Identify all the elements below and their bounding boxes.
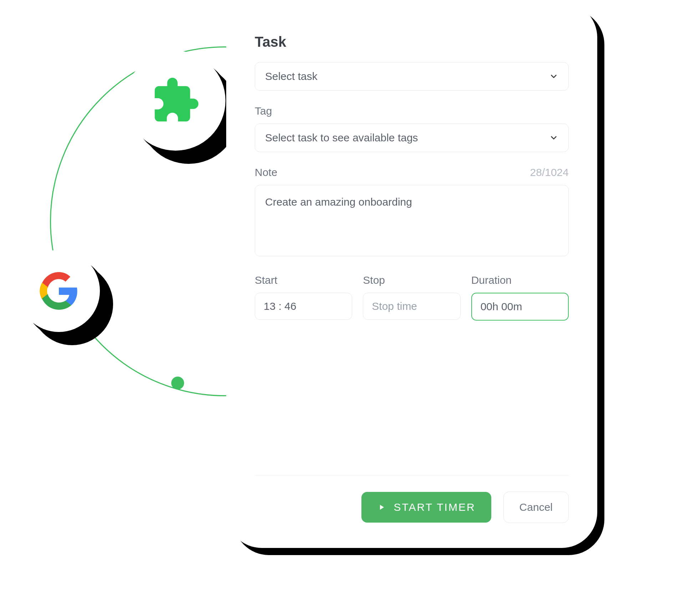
play-icon xyxy=(377,503,386,512)
note-input[interactable] xyxy=(255,185,569,256)
task-select-placeholder: Select task xyxy=(265,70,318,82)
google-badge xyxy=(18,250,100,332)
start-time-input[interactable]: 13 : 46 xyxy=(255,293,352,320)
note-counter: 28/1024 xyxy=(530,166,569,178)
puzzle-icon xyxy=(151,76,201,126)
extension-badge xyxy=(126,51,225,151)
stop-time-input[interactable]: Stop time xyxy=(363,293,460,320)
divider xyxy=(255,475,569,475)
duration-input[interactable]: 00h 00m xyxy=(471,293,569,321)
cancel-label: Cancel xyxy=(519,501,553,513)
start-timer-button[interactable]: START TIMER xyxy=(361,492,491,523)
chevron-down-icon xyxy=(549,72,558,81)
task-card: Task Select task Tag Select task to see … xyxy=(226,2,597,548)
start-timer-label: START TIMER xyxy=(394,501,475,513)
cancel-button[interactable]: Cancel xyxy=(503,492,569,523)
tag-select-placeholder: Select task to see available tags xyxy=(265,132,418,144)
tag-label: Tag xyxy=(255,105,569,117)
duration-label: Duration xyxy=(471,274,569,286)
card-title: Task xyxy=(255,34,569,50)
tag-select[interactable]: Select task to see available tags xyxy=(255,124,569,152)
start-label: Start xyxy=(255,274,352,286)
stop-label: Stop xyxy=(363,274,460,286)
decorative-arc-dot xyxy=(171,377,184,389)
chevron-down-icon xyxy=(549,133,558,142)
note-label: Note xyxy=(255,166,277,178)
google-icon xyxy=(39,271,78,311)
task-select[interactable]: Select task xyxy=(255,62,569,91)
